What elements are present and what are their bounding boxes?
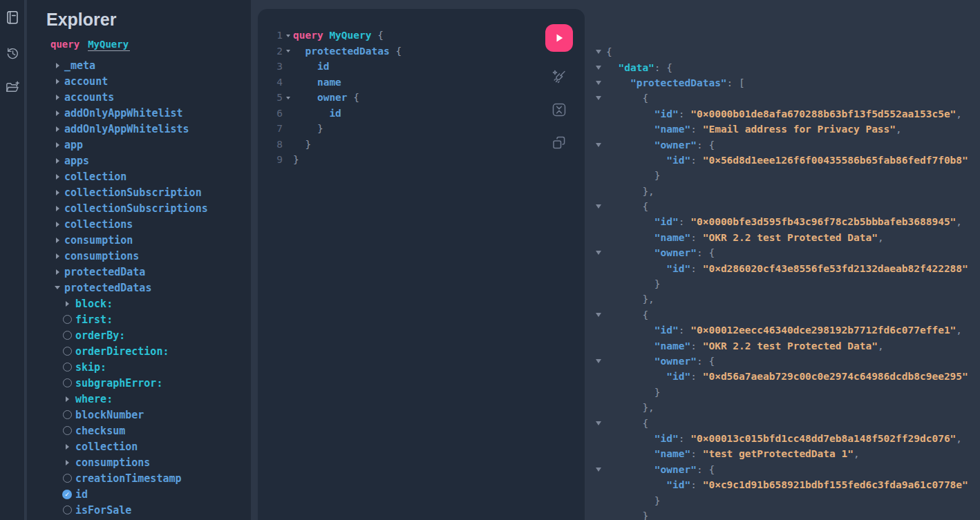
radio-button[interactable] [62, 315, 73, 324]
radio-button[interactable] [63, 363, 72, 372]
new-collection-button[interactable] [3, 79, 21, 95]
tree-item-block[interactable]: block: [27, 296, 251, 311]
collapse-arrow-icon[interactable] [591, 251, 606, 255]
expand-arrow-icon[interactable] [52, 222, 63, 227]
tree-item-protectedData[interactable]: protectedData [27, 264, 251, 280]
radio-button[interactable] [62, 410, 73, 419]
expand-arrow-icon[interactable] [66, 301, 69, 307]
copy-button[interactable] [551, 135, 567, 151]
radio-button[interactable] [63, 474, 72, 483]
tree-item-subgraphError[interactable]: subgraphError: [27, 375, 251, 391]
expand-arrow-icon[interactable] [56, 158, 59, 164]
expand-arrow-icon[interactable] [52, 95, 63, 100]
fold-arrow-icon[interactable] [283, 49, 293, 52]
radio-button[interactable] [62, 347, 73, 356]
radio-checked-icon[interactable]: ✓ [62, 490, 73, 499]
radio-button[interactable] [62, 378, 73, 387]
fold-arrow-icon[interactable] [283, 34, 293, 37]
collapse-arrow-icon[interactable] [591, 421, 606, 425]
collapse-arrow-icon[interactable] [591, 50, 606, 54]
tree-item-isForSale[interactable]: isForSale [27, 502, 251, 518]
expand-arrow-icon[interactable] [56, 253, 59, 259]
expand-arrow-icon[interactable] [56, 79, 59, 84]
tree-item-where[interactable]: where: [27, 391, 251, 407]
prettify-button[interactable] [551, 68, 567, 85]
expand-arrow-icon[interactable] [56, 222, 59, 227]
radio-button[interactable] [63, 378, 72, 387]
expand-arrow-icon[interactable] [52, 253, 63, 259]
tree-item-creationTimestamp[interactable]: creationTimestamp [27, 470, 251, 486]
expand-arrow-icon[interactable] [52, 269, 63, 275]
collapse-arrow-icon[interactable] [591, 143, 606, 147]
expand-arrow-icon[interactable] [52, 63, 63, 68]
expand-arrow-icon[interactable] [52, 110, 63, 116]
tree-item-first[interactable]: first: [27, 311, 251, 327]
expand-arrow-icon[interactable] [62, 396, 73, 402]
expand-arrow-icon[interactable] [52, 190, 63, 195]
expand-arrow-icon[interactable] [56, 126, 59, 132]
expand-arrow-icon[interactable] [66, 396, 69, 402]
tree-item-collection[interactable]: collection [27, 439, 251, 454]
tree-item-blockNumber[interactable]: blockNumber [27, 407, 251, 423]
tree-item-app[interactable]: app [27, 137, 251, 153]
fold-arrow-icon[interactable] [283, 96, 293, 99]
collapse-arrow-icon[interactable] [591, 204, 606, 209]
radio-button[interactable] [62, 331, 73, 340]
history-button[interactable] [3, 45, 21, 61]
radio-checked-icon[interactable]: ✓ [62, 490, 72, 499]
tree-item-skip[interactable]: skip: [27, 359, 251, 375]
expand-arrow-icon[interactable] [56, 206, 59, 211]
expand-arrow-icon[interactable] [52, 142, 63, 148]
tree-item-id[interactable]: ✓id [27, 486, 251, 502]
tree-item-account[interactable]: account [27, 73, 251, 89]
execute-button[interactable] [545, 24, 573, 52]
radio-button[interactable] [63, 331, 72, 340]
tree-item-accounts[interactable]: accounts [27, 89, 251, 105]
collapse-arrow-icon[interactable] [52, 286, 63, 289]
collapse-arrow-icon[interactable] [591, 313, 606, 317]
tree-item-_meta[interactable]: _meta [27, 57, 251, 73]
radio-button[interactable] [62, 505, 73, 514]
docs-button[interactable] [3, 9, 21, 26]
operation-name-input[interactable]: MyQuery [88, 39, 130, 51]
collapse-arrow-icon[interactable] [591, 359, 606, 363]
collapse-arrow-icon[interactable] [55, 286, 60, 289]
tree-item-collectionSubscription[interactable]: collectionSubscription [27, 184, 251, 200]
expand-arrow-icon[interactable] [52, 238, 63, 243]
collapse-arrow-icon[interactable] [591, 81, 606, 85]
tree-item-protectedDatas[interactable]: protectedDatas [27, 280, 251, 296]
tree-item-consumptions[interactable]: consumptions [27, 248, 251, 264]
expand-arrow-icon[interactable] [56, 269, 59, 275]
expand-arrow-icon[interactable] [62, 444, 73, 450]
tree-item-addOnlyAppWhitelists[interactable]: addOnlyAppWhitelists [27, 121, 251, 137]
tree-item-checksum[interactable]: checksum [27, 423, 251, 439]
expand-arrow-icon[interactable] [56, 110, 59, 116]
radio-button[interactable] [63, 410, 72, 419]
radio-button[interactable] [62, 474, 73, 483]
radio-button[interactable] [62, 426, 73, 435]
tree-item-addOnlyAppWhitelist[interactable]: addOnlyAppWhitelist [27, 105, 251, 121]
tree-item-collectionSubscriptions[interactable]: collectionSubscriptions [27, 200, 251, 216]
expand-arrow-icon[interactable] [56, 238, 59, 243]
tree-item-orderDirection[interactable]: orderDirection: [27, 343, 251, 359]
expand-arrow-icon[interactable] [52, 174, 63, 180]
expand-arrow-icon[interactable] [62, 301, 73, 307]
expand-arrow-icon[interactable] [56, 95, 59, 100]
expand-arrow-icon[interactable] [52, 206, 63, 211]
radio-button[interactable] [63, 426, 72, 435]
expand-arrow-icon[interactable] [66, 444, 69, 450]
collapse-arrow-icon[interactable] [591, 66, 606, 70]
expand-arrow-icon[interactable] [56, 190, 59, 195]
expand-arrow-icon[interactable] [56, 174, 59, 180]
collapse-arrow-icon[interactable] [591, 96, 606, 100]
tree-item-apps[interactable]: apps [27, 153, 251, 168]
collapse-arrow-icon[interactable] [591, 468, 606, 472]
query-code[interactable]: 1query MyQuery {2 protectedDatas {3 id4 … [258, 9, 585, 168]
radio-button[interactable] [63, 347, 72, 356]
expand-arrow-icon[interactable] [66, 460, 69, 465]
tree-item-orderBy[interactable]: orderBy: [27, 327, 251, 343]
tree-item-collections[interactable]: collections [27, 216, 251, 232]
tree-item-consumption[interactable]: consumption [27, 232, 251, 248]
tree-item-consumptions[interactable]: consumptions [27, 454, 251, 470]
expand-arrow-icon[interactable] [56, 142, 59, 148]
